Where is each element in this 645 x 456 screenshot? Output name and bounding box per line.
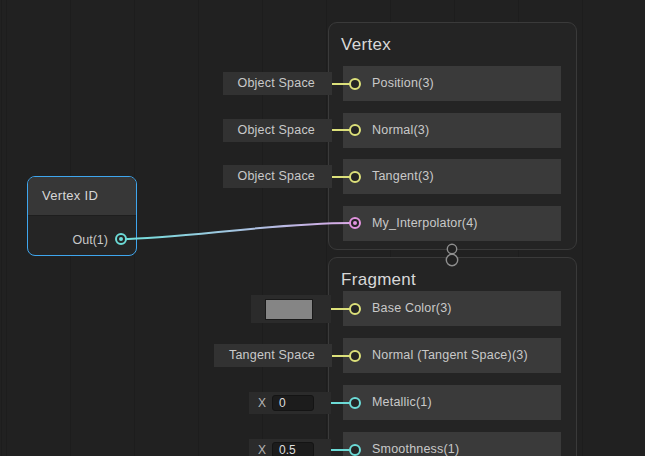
row-tangent-3[interactable]: Tangent(3) (343, 159, 561, 194)
edge-path[interactable] (121, 223, 351, 239)
space-dropdown[interactable]: Object Space (223, 72, 332, 95)
row-my-interpolator-4[interactable]: My_Interpolator(4) (343, 206, 561, 241)
block-link-icon (443, 241, 461, 268)
axis-label: X (258, 443, 266, 456)
port-label: Position(3) (343, 66, 561, 101)
row-normal-tangent-space-3[interactable]: Normal (Tangent Space)(3) (343, 338, 561, 373)
float-field[interactable]: X0 (249, 392, 331, 414)
port-label: Normal(3) (343, 113, 561, 148)
out-port-label: Out(1) (73, 231, 108, 249)
color-field[interactable] (251, 295, 331, 323)
color-swatch (265, 299, 313, 320)
axis-label: X (258, 396, 266, 410)
row-smoothness-1[interactable]: Smoothness(1) (343, 432, 561, 456)
port-pin (353, 221, 357, 225)
row-metallic-1[interactable]: Metallic(1) (343, 385, 561, 420)
port-label: Tangent(3) (343, 159, 561, 194)
space-dropdown[interactable]: Object Space (223, 119, 332, 142)
port-label: My_Interpolator(4) (343, 206, 561, 241)
port-pin (119, 237, 123, 241)
port-my-interpolator-4[interactable] (349, 217, 361, 229)
block-title-vertex: Vertex (341, 35, 391, 55)
port-base-color-3[interactable] (349, 303, 361, 315)
row-normal-3[interactable]: Normal(3) (343, 113, 561, 148)
shader-graph-canvas[interactable]: Vertex Fragment Vertex ID Out(1) Positio… (0, 0, 645, 456)
port-smoothness-1[interactable] (349, 444, 361, 456)
port-label: Smoothness(1) (343, 432, 561, 456)
port-normal-tangent-space-3[interactable] (349, 350, 361, 362)
port-metallic-1[interactable] (349, 397, 361, 409)
node-title: Vertex ID (28, 177, 136, 216)
port-out[interactable] (115, 233, 127, 245)
port-label: Metallic(1) (343, 385, 561, 420)
value-input[interactable]: 0.5 (272, 442, 314, 456)
port-normal-3[interactable] (349, 124, 361, 136)
row-position-3[interactable]: Position(3) (343, 66, 561, 101)
value-input[interactable]: 0 (272, 395, 314, 411)
port-tangent-3[interactable] (349, 171, 361, 183)
port-label: Normal (Tangent Space)(3) (343, 338, 561, 373)
port-label: Base Color(3) (343, 291, 561, 326)
space-dropdown[interactable]: Object Space (223, 165, 332, 188)
space-dropdown[interactable]: Tangent Space (214, 344, 332, 367)
float-field[interactable]: X0.5 (249, 439, 331, 456)
row-base-color-3[interactable]: Base Color(3) (343, 291, 561, 326)
block-title-fragment: Fragment (341, 270, 416, 290)
port-position-3[interactable] (349, 78, 361, 90)
